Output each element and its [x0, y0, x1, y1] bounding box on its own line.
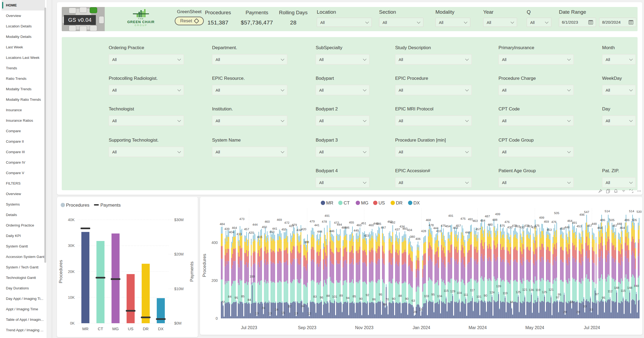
day-stack[interactable] — [549, 232, 550, 318]
day-stack[interactable] — [423, 237, 424, 318]
day-stack[interactable] — [500, 224, 501, 318]
day-stack[interactable] — [491, 231, 492, 318]
day-stack[interactable] — [619, 233, 620, 318]
day-stack[interactable] — [272, 232, 273, 318]
day-stack[interactable] — [546, 231, 547, 318]
day-stack[interactable] — [536, 231, 537, 318]
day-stack[interactable] — [630, 290, 630, 318]
day-stack[interactable] — [569, 231, 570, 318]
day-stack[interactable] — [386, 284, 387, 318]
day-stack[interactable] — [599, 231, 600, 318]
day-stack[interactable] — [333, 236, 334, 318]
day-stack[interactable] — [573, 226, 574, 318]
day-stack[interactable] — [438, 241, 439, 318]
day-stack[interactable] — [596, 300, 597, 318]
day-stack[interactable] — [228, 231, 229, 318]
day-stack[interactable] — [279, 229, 280, 318]
day-stack[interactable] — [330, 221, 330, 318]
day-stack[interactable] — [280, 231, 281, 318]
day-stack[interactable] — [522, 237, 522, 318]
day-stack[interactable] — [298, 234, 299, 318]
day-stack[interactable] — [242, 229, 242, 318]
day-stack[interactable] — [430, 226, 431, 318]
day-stack[interactable] — [596, 237, 596, 318]
day-stack[interactable] — [534, 237, 535, 318]
day-stack[interactable] — [587, 226, 588, 318]
day-stack[interactable] — [406, 301, 407, 318]
day-stack[interactable] — [381, 315, 382, 318]
day-stack[interactable] — [257, 236, 258, 318]
day-stack[interactable] — [370, 234, 371, 318]
day-stack[interactable] — [610, 297, 610, 318]
day-stack[interactable] — [625, 223, 625, 318]
day-stack[interactable] — [286, 231, 286, 318]
day-stack[interactable] — [484, 222, 485, 318]
day-stack[interactable] — [230, 316, 231, 318]
sidebar-item-compare-iii[interactable]: Compare III — [2, 147, 45, 157]
day-stack[interactable] — [259, 232, 259, 318]
day-stack[interactable] — [458, 232, 459, 318]
day-stack[interactable] — [310, 300, 311, 318]
day-stack[interactable] — [557, 300, 558, 318]
sidebar-item-compare-iv[interactable]: Compare IV — [2, 157, 45, 168]
day-stack[interactable] — [347, 234, 347, 318]
day-stack[interactable] — [419, 245, 419, 318]
day-stack[interactable] — [512, 314, 513, 318]
day-stack[interactable] — [492, 295, 493, 318]
day-stack[interactable] — [372, 229, 373, 318]
day-stack[interactable] — [248, 233, 249, 318]
day-stack[interactable] — [292, 231, 293, 318]
day-stack[interactable] — [408, 238, 409, 318]
day-stack[interactable] — [319, 234, 320, 318]
reset-button[interactable]: Reset — [175, 17, 203, 25]
day-stack[interactable] — [576, 228, 577, 318]
filter-month-dropdown[interactable]: All — [602, 54, 636, 64]
daily-trend-chart[interactable]: MRCTMGUSDRDX0200400ProceduresJul 2023Sep… — [200, 197, 642, 335]
filter-bodypart-2-dropdown[interactable]: All — [316, 116, 369, 126]
day-stack[interactable] — [513, 231, 514, 318]
day-stack[interactable] — [285, 232, 285, 318]
day-stack[interactable] — [582, 224, 583, 318]
day-stack[interactable] — [477, 235, 478, 318]
day-stack[interactable] — [418, 242, 419, 318]
day-stack[interactable] — [539, 312, 539, 318]
day-stack[interactable] — [478, 232, 478, 318]
day-stack[interactable] — [315, 312, 316, 318]
filter-protocolling-radiologist-dropdown[interactable]: All — [109, 85, 184, 95]
day-stack[interactable] — [494, 226, 495, 318]
day-stack[interactable] — [450, 225, 451, 318]
day-stack[interactable] — [406, 234, 406, 318]
day-stack[interactable] — [267, 231, 268, 318]
day-stack[interactable] — [493, 315, 493, 318]
day-stack[interactable] — [547, 227, 548, 318]
filter-study-description-dropdown[interactable]: All — [395, 54, 472, 64]
day-stack[interactable] — [366, 238, 367, 318]
day-stack[interactable] — [443, 228, 444, 318]
day-stack[interactable] — [632, 215, 633, 318]
day-stack[interactable] — [436, 233, 437, 318]
sidebar-item-modality-details[interactable]: Modality Details — [2, 31, 45, 42]
sidebar-item-daily-kpi[interactable]: Daily KPI — [2, 231, 45, 241]
day-stack[interactable] — [225, 231, 226, 318]
day-stack[interactable] — [501, 232, 502, 318]
day-stack[interactable] — [622, 231, 623, 318]
day-stack[interactable] — [337, 234, 338, 318]
day-stack[interactable] — [466, 316, 467, 318]
day-stack[interactable] — [463, 228, 463, 318]
day-stack[interactable] — [251, 239, 252, 318]
day-stack[interactable] — [616, 290, 617, 318]
sidebar-item-day-appt-imaging-ti[interactable]: Day Appt / Imaging Ti... — [2, 293, 45, 304]
day-stack[interactable] — [465, 297, 466, 318]
day-stack[interactable] — [469, 232, 470, 318]
day-stack[interactable] — [300, 235, 300, 318]
day-stack[interactable] — [590, 297, 591, 318]
day-stack[interactable] — [326, 239, 327, 318]
day-stack[interactable] — [313, 228, 314, 318]
day-stack[interactable] — [439, 299, 440, 318]
day-stack[interactable] — [461, 232, 461, 318]
day-stack[interactable] — [339, 234, 340, 318]
day-stack[interactable] — [555, 231, 556, 318]
filter-bodypart-4-dropdown[interactable]: All — [316, 177, 369, 188]
day-stack[interactable] — [498, 292, 499, 318]
day-stack[interactable] — [340, 229, 341, 318]
